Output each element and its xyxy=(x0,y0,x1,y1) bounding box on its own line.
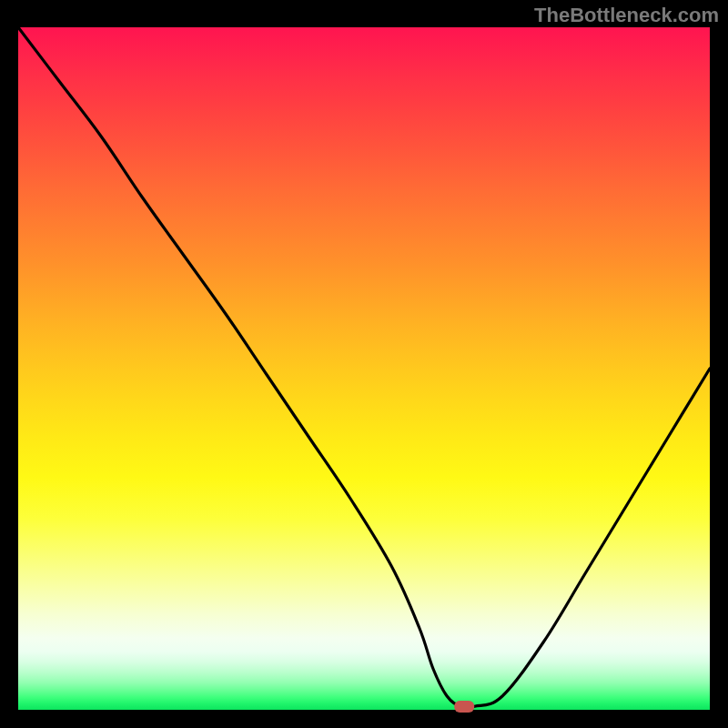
chart-frame: TheBottleneck.com xyxy=(0,0,728,728)
curve-svg xyxy=(18,27,710,710)
optimal-point-marker xyxy=(454,701,474,713)
bottleneck-curve xyxy=(18,27,710,708)
plot-area xyxy=(18,27,710,710)
watermark-text: TheBottleneck.com xyxy=(534,4,719,27)
